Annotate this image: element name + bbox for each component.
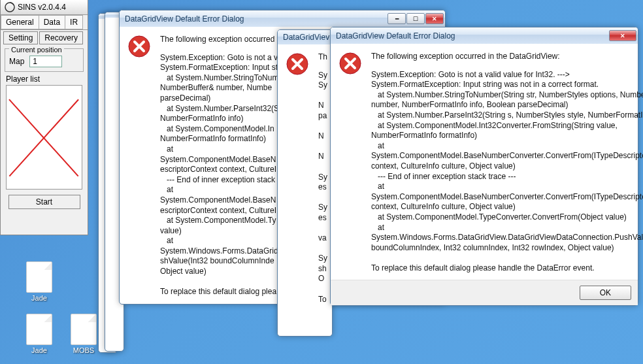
map-input[interactable] [29, 56, 62, 67]
error-dialog-mid2: DataGridViev Th Sy Sy N pa N N Sy es Sy … [277, 29, 333, 337]
maximize-button[interactable]: ☐ [406, 13, 425, 24]
dialog-titlebar[interactable]: DataGridView Default Error Dialog ━ ☐ ✕ [120, 10, 445, 27]
error-intro-text: Th [318, 52, 327, 63]
desktop-icon-jade2[interactable]: Jade [20, 314, 59, 354]
tab-ir[interactable]: IR [65, 15, 83, 29]
dialog-title: DataGridView Default Error Dialog [125, 14, 387, 24]
error-stacktrace: System.Exception: Goto is not a va Syste… [160, 53, 282, 297]
icon-label: MOBS [64, 346, 103, 354]
minimize-button[interactable]: ━ [387, 13, 406, 24]
dialog-title: DataGridView Default Error Dialog [336, 31, 609, 41]
desktop-icon-jade1[interactable]: Jade [20, 261, 59, 302]
player-list[interactable] [6, 85, 82, 190]
sins-app-window: SINS v2.0.4.4 General Data IR Setting Re… [0, 0, 88, 235]
file-icon [26, 314, 52, 345]
file-icon [71, 314, 97, 345]
tab-row: General Data IR [1, 15, 88, 30]
app-title: SINS v2.0.4.4 [18, 3, 66, 12]
error-intro-text: The following exception occurred [160, 35, 282, 45]
map-label: Map [9, 57, 24, 66]
ok-button[interactable]: OK [580, 286, 631, 300]
error-icon [127, 35, 151, 58]
icon-label: Jade [20, 346, 59, 354]
dialog-titlebar[interactable]: DataGridViev [278, 30, 332, 44]
desktop-icon-mobs[interactable]: MOBS [64, 314, 103, 354]
app-icon [5, 2, 15, 12]
error-stacktrace: System.Exception: Goto is not a valid va… [371, 70, 643, 274]
recovery-button[interactable]: Recovery [39, 31, 83, 44]
tab-general[interactable]: General [1, 15, 39, 29]
icon-label: Jade [20, 294, 59, 302]
setting-button[interactable]: Setting [3, 31, 38, 44]
tab-data[interactable]: Data [39, 15, 65, 29]
player-list-label: Player list [6, 74, 82, 84]
invalid-control-icon [7, 86, 81, 188]
error-icon [338, 52, 362, 75]
titlebar[interactable]: SINS v2.0.4.4 [1, 0, 88, 15]
error-intro-text: The following exception occurred in the … [371, 52, 643, 62]
start-button[interactable]: Start [8, 195, 80, 209]
current-position-group: Current position Map [5, 48, 84, 72]
file-icon [26, 261, 52, 293]
error-dialog-front: DataGridView Default Error Dialog ✕ The … [330, 27, 638, 306]
current-position-label: Current position [9, 46, 64, 54]
error-stacktrace: Sy Sy N pa N N Sy es Sy es va Sy sh O To [318, 71, 327, 305]
dialog-title: DataGridViev [283, 33, 331, 42]
dialog-titlebar[interactable]: DataGridView Default Error Dialog ✕ [331, 27, 638, 44]
close-button[interactable]: ✕ [425, 13, 444, 24]
close-button[interactable]: ✕ [609, 30, 636, 41]
error-icon [286, 52, 309, 76]
